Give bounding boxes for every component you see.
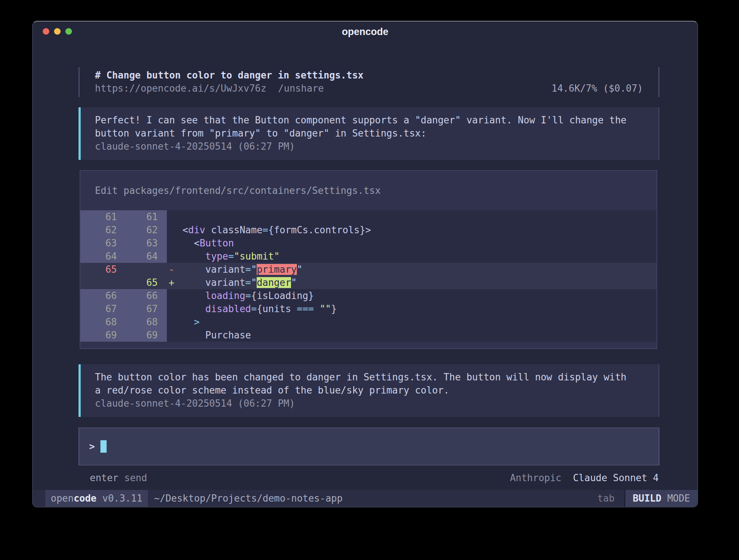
old-line-number — [80, 276, 123, 289]
message-text-line: a red/rose color scheme instead of the b… — [95, 384, 645, 397]
prompt-symbol: > — [89, 441, 95, 452]
old-line-number: 67 — [80, 302, 123, 315]
message-text: The button color has been changed to dan… — [95, 371, 645, 397]
diff-change-marker — [167, 289, 177, 302]
diff-change-marker — [167, 210, 177, 223]
send-action-hint: send — [124, 472, 147, 483]
app-window: opencode # Change button color to danger… — [32, 21, 698, 507]
edit-tool-card: Edit packages/frontend/src/containers/Se… — [80, 170, 657, 349]
diff-bottom-padding — [80, 342, 656, 348]
new-line-number: 67 — [123, 302, 167, 315]
diff-code-line: Purchase — [177, 329, 251, 342]
session-title: # Change button color to danger in setti… — [95, 69, 643, 82]
working-directory: ~/Desktop/Projects/demo-notes-app — [154, 490, 343, 507]
diff-change-marker: - — [167, 263, 177, 276]
status-bar: opencode v0.3.11 ~/Desktop/Projects/demo… — [33, 490, 697, 507]
mode-chip[interactable]: BUILD MODE — [624, 490, 697, 507]
new-line-number: 62 — [123, 223, 167, 237]
enter-key-hint: enter — [90, 472, 118, 483]
text-cursor — [100, 440, 107, 453]
message-text-line: button variant from "primary" to "danger… — [95, 127, 645, 140]
diff-change-marker — [167, 302, 177, 315]
app-version: v0.3.11 — [102, 493, 142, 504]
new-line-number: 68 — [123, 315, 167, 329]
old-line-number: 69 — [80, 329, 123, 342]
app-version-chip: opencode v0.3.11 — [45, 490, 148, 507]
assistant-message: The button color has been changed to dan… — [79, 364, 659, 417]
old-line-number: 64 — [80, 250, 123, 263]
diff-row: 6161 — [80, 210, 656, 223]
model-name: Claude Sonnet 4 — [573, 472, 659, 483]
diff-row: 6868 > — [80, 315, 656, 329]
hint-row: enter send Anthropic Claude Sonnet 4 — [79, 471, 659, 485]
message-model-timestamp: claude-sonnet-4-20250514 (06:27 PM) — [95, 397, 645, 410]
unshare-command: /unshare — [278, 82, 324, 95]
session-header: # Change button color to danger in setti… — [79, 67, 659, 97]
window-title: opencode — [33, 26, 697, 38]
app-name-code: code — [74, 493, 97, 504]
new-line-number: 66 — [123, 289, 167, 302]
new-line-number — [123, 263, 167, 276]
app-name-open: open — [51, 493, 74, 504]
diff-row: 6262 <div className={formCs.controls}> — [80, 223, 656, 237]
assistant-message: Perfect! I can see that the Button compo… — [79, 107, 659, 160]
model-indicator: Anthropic Claude Sonnet 4 — [510, 472, 659, 483]
diff-code-line: loading={isLoading} — [177, 289, 314, 302]
provider-name: Anthropic — [510, 472, 562, 483]
message-text-line: The button color has been changed to dan… — [95, 371, 645, 384]
diff-code-line: <Button — [177, 237, 234, 250]
old-line-number: 63 — [80, 237, 123, 250]
new-line-number: 69 — [123, 329, 167, 342]
message-text: Perfect! I can see that the Button compo… — [95, 114, 645, 140]
diff-code-line: variant="primary" — [177, 263, 302, 276]
diff-change-marker — [167, 223, 177, 237]
diff-code-line: <div className={formCs.controls}> — [177, 223, 371, 237]
diff-row: 6666 loading={isLoading} — [80, 289, 656, 302]
diff-change-marker — [167, 315, 177, 329]
old-line-number: 62 — [80, 223, 123, 237]
diff-change-marker — [167, 250, 177, 263]
new-line-number: 65 — [123, 276, 167, 289]
message-text-line: Perfect! I can see that the Button compo… — [95, 114, 645, 127]
tab-key-hint: tab — [597, 490, 614, 507]
diff-row: 65+ variant="danger" — [80, 276, 656, 289]
old-line-number: 66 — [80, 289, 123, 302]
diff-code-line: variant="danger" — [177, 276, 297, 289]
old-line-number: 65 — [80, 263, 123, 276]
message-model-timestamp: claude-sonnet-4-20250514 (06:27 PM) — [95, 140, 645, 153]
mode-label-rest: MODE — [667, 493, 690, 504]
diff-code-line: > — [177, 315, 200, 329]
diff-row: 6464 type="submit" — [80, 250, 656, 263]
diff-row: 6969 Purchase — [80, 329, 656, 342]
diff-change-marker — [167, 237, 177, 250]
titlebar: opencode — [33, 22, 697, 41]
edit-tool-title: Edit packages/frontend/src/containers/Se… — [80, 171, 656, 210]
diff-row: 6363 <Button — [80, 237, 656, 250]
new-line-number: 63 — [123, 237, 167, 250]
diff-change-marker: + — [167, 276, 177, 289]
session-view: # Change button color to danger in setti… — [79, 41, 659, 490]
diff-row: 65- variant="primary" — [80, 263, 656, 276]
diff-row: 6767 disabled={units === ""} — [80, 302, 656, 315]
session-subheader: https://opencode.ai/s/UwJxv76z /unshare … — [95, 82, 643, 95]
old-line-number: 61 — [80, 210, 123, 223]
diff-code-line: type="submit" — [177, 250, 280, 263]
prompt-input[interactable]: > — [79, 427, 659, 465]
old-line-number: 68 — [80, 315, 123, 329]
mode-label-bold: BUILD — [633, 493, 661, 504]
new-line-number: 61 — [123, 210, 167, 223]
token-usage: 14.6K/7% ($0.07) — [552, 82, 643, 95]
diff-change-marker — [167, 329, 177, 342]
diff-code-line: disabled={units === ""} — [177, 302, 337, 315]
new-line-number: 64 — [123, 250, 167, 263]
diff-view: 61616262 <div className={formCs.controls… — [80, 210, 656, 342]
share-url-link[interactable]: https://opencode.ai/s/UwJxv76z — [95, 82, 267, 95]
